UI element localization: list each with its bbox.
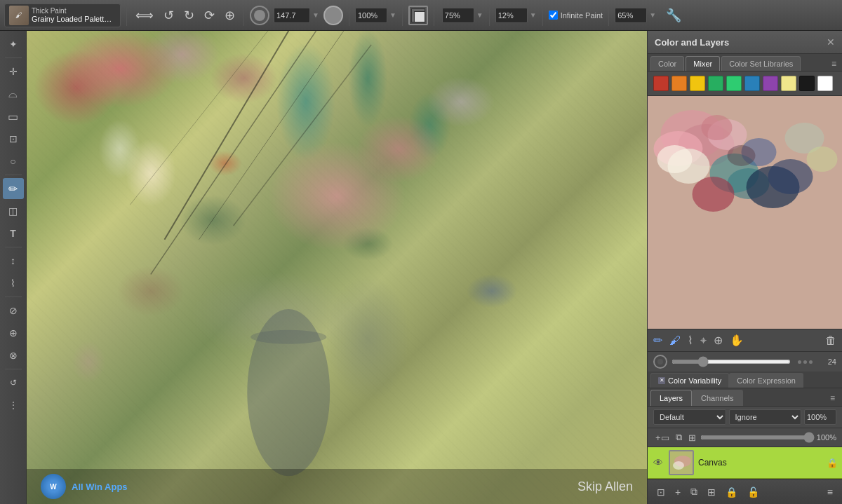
- swatch-lightyellow[interactable]: [781, 76, 796, 91]
- lt-sep1: [5, 57, 22, 58]
- swatch-red[interactable]: [653, 76, 669, 91]
- eyedropper-btn[interactable]: ⌇: [3, 273, 24, 294]
- copy-layer-btn[interactable]: ⧉: [674, 430, 684, 444]
- watermark-badge: W: [41, 474, 66, 499]
- panel-header: Color and Layers ✕: [648, 31, 842, 54]
- mixer-mix-dropper-btn[interactable]: ⌖: [699, 333, 708, 348]
- panel-title: Color and Layers: [655, 37, 729, 48]
- watermark-site-name: All Win Apps: [72, 482, 128, 492]
- sep3: [349, 5, 349, 26]
- infinite-paint-checkbox[interactable]: [549, 11, 558, 20]
- layer-visibility-btn[interactable]: 👁: [652, 456, 664, 470]
- mixer-hand-btn[interactable]: ✋: [728, 332, 745, 348]
- new-layer-btn[interactable]: +▭: [653, 431, 671, 444]
- tab-channels[interactable]: Channels: [692, 390, 742, 406]
- opacity-circle[interactable]: [323, 6, 343, 25]
- swatch-black[interactable]: [799, 76, 815, 91]
- eraser-btn[interactable]: ◫: [3, 200, 24, 222]
- tab-libraries[interactable]: Color Set Libraries: [721, 56, 801, 71]
- brush-size-circle[interactable]: [250, 6, 269, 25]
- flow-input[interactable]: 75%: [442, 8, 474, 23]
- move-tool-btn[interactable]: ✛: [3, 61, 24, 82]
- padlock-bottom-btn[interactable]: 🔓: [744, 484, 763, 500]
- mixer-canvas[interactable]: [648, 96, 842, 329]
- mixer-zoom-btn[interactable]: ⊕: [712, 332, 724, 348]
- swatch-blue[interactable]: [744, 76, 760, 91]
- paint-btn[interactable]: ✏: [3, 178, 24, 199]
- rect-select-btn[interactable]: ▭: [3, 106, 24, 127]
- layer-thumb-svg: [670, 451, 694, 475]
- mixer-dropper-btn[interactable]: ⌇: [686, 332, 695, 348]
- tab-mixer[interactable]: Mixer: [686, 56, 720, 71]
- zoom-btn[interactable]: ⊕: [3, 322, 24, 343]
- watermark-badge-text: W: [50, 483, 56, 491]
- bleed-input[interactable]: 12%: [495, 8, 528, 23]
- clone-btn[interactable]: ↻: [181, 6, 197, 25]
- color-picker-swatch[interactable]: [408, 6, 428, 25]
- smudge-btn[interactable]: ↕: [3, 250, 24, 271]
- lt-sep5: [5, 369, 22, 369]
- panel-close-btn[interactable]: ✕: [827, 36, 835, 48]
- layer-slider[interactable]: [700, 435, 815, 440]
- swatch-yellow[interactable]: [690, 76, 705, 91]
- swatch-purple[interactable]: [763, 76, 778, 91]
- opacity-input[interactable]: 100%: [355, 8, 387, 23]
- copy-bottom-btn[interactable]: ⧉: [687, 484, 701, 500]
- ellipse-btn[interactable]: ○: [3, 151, 24, 172]
- swatch-green[interactable]: [708, 76, 723, 91]
- layers-section: Layers Channels ≡ Default Normal Multipl…: [648, 388, 842, 479]
- layers-menu-btn[interactable]: ≡: [826, 392, 839, 404]
- lt-sep3: [5, 247, 22, 247]
- tool-preset[interactable]: 🖌 Thick Paint Grainy Loaded Palette K...: [4, 4, 121, 27]
- lock-bottom-btn[interactable]: 🔒: [722, 484, 741, 500]
- mixer-mix-btn[interactable]: 🖌: [668, 333, 682, 348]
- tab-layers[interactable]: Layers: [650, 390, 692, 406]
- rotate-canvas-btn[interactable]: ↺: [3, 372, 24, 393]
- canvas-area[interactable]: W All Win Apps Skip Allen: [27, 31, 647, 504]
- canvas-layer-row[interactable]: 👁 Canvas 🔒: [648, 447, 842, 479]
- crop-btn[interactable]: ⊡: [3, 128, 24, 149]
- composite-mode-select[interactable]: Ignore Normal: [729, 409, 802, 425]
- mixer-size-slider[interactable]: [671, 360, 791, 364]
- layer-opacity-input[interactable]: 100%: [804, 409, 836, 425]
- group-bottom-btn[interactable]: ⊞: [704, 484, 719, 500]
- wrap-btn[interactable]: ↺: [161, 6, 177, 25]
- symmetry-btn[interactable]: ⟺: [133, 6, 156, 25]
- blend-mode-select[interactable]: Default Normal Multiply Screen Overlay: [653, 409, 726, 425]
- sep7: [542, 5, 543, 26]
- mixer-dot2: [803, 360, 807, 364]
- transform-btn[interactable]: ⟳: [201, 6, 218, 25]
- lasso-tool-btn[interactable]: ⌓: [3, 83, 24, 104]
- global-opacity-input[interactable]: 65%: [615, 8, 647, 23]
- impasto-btn[interactable]: ⊕: [222, 6, 238, 25]
- bottom-menu-btn[interactable]: ≡: [824, 484, 836, 500]
- swatch-lightgreen[interactable]: [726, 76, 742, 91]
- swatch-white[interactable]: [817, 76, 833, 91]
- preset-icon: 🖌: [9, 6, 29, 25]
- size-input[interactable]: 147.7: [274, 8, 310, 23]
- tab-color-expression[interactable]: Color Expression: [729, 373, 803, 388]
- navigator-btn[interactable]: ⊡: [653, 484, 669, 500]
- new-layer-bottom-btn[interactable]: +: [671, 484, 684, 500]
- sep2: [243, 5, 244, 26]
- mixer-size-dot: [657, 359, 663, 365]
- fill-btn[interactable]: ⊘: [3, 300, 24, 321]
- tab-color-variability[interactable]: ✕ Color Variability: [650, 373, 729, 388]
- painting: W All Win Apps Skip Allen: [27, 31, 647, 504]
- tab-color[interactable]: Color: [650, 56, 684, 71]
- preset-name: Grainy Loaded Palette K...: [32, 15, 116, 23]
- text-btn[interactable]: T: [3, 223, 24, 244]
- tabs-menu-btn[interactable]: ≡: [829, 57, 839, 70]
- layer-lock-btn[interactable]: 🔒: [827, 458, 838, 468]
- pointer-tool-btn[interactable]: ✦: [3, 34, 24, 55]
- infinite-paint-label[interactable]: Infinite Paint: [549, 11, 603, 20]
- flower-overlay: [27, 31, 647, 504]
- swatch-orange[interactable]: [671, 76, 687, 91]
- more-tools-btn[interactable]: ⋮: [3, 395, 24, 416]
- watermark-bar: W All Win Apps Skip Allen: [27, 469, 647, 504]
- nav-btn[interactable]: ⊗: [3, 345, 24, 366]
- mixer-paint-btn[interactable]: ✏: [652, 332, 664, 348]
- group-layer-btn[interactable]: ⊞: [686, 431, 698, 444]
- mixer-trash-btn[interactable]: 🗑: [824, 333, 838, 348]
- extra-tool-btn[interactable]: 🔧: [663, 6, 684, 25]
